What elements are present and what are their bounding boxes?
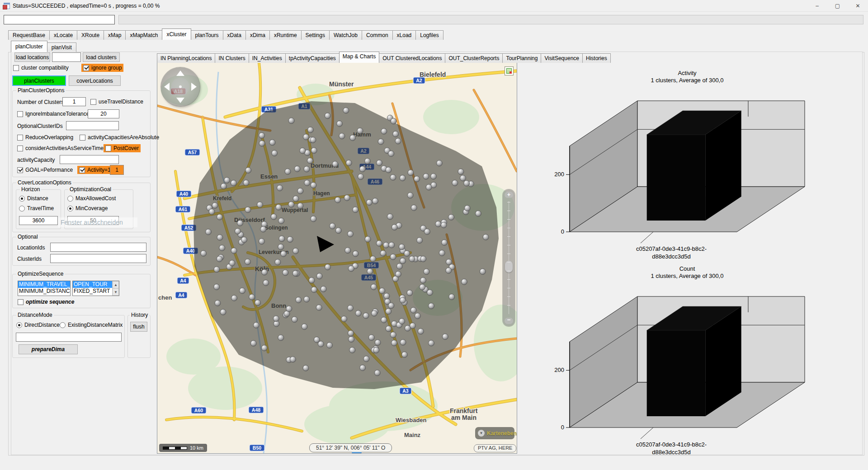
result-tab-out-clusterreports[interactable]: OUT_ClusterReports — [445, 53, 503, 63]
direct-distance-radio[interactable]: DirectDistance — [16, 322, 60, 328]
checkbox-icon[interactable] — [13, 65, 19, 71]
minimize-button[interactable]: – — [807, 0, 827, 12]
result-tab-in-planninglocations[interactable]: IN PlanningLocations — [157, 53, 215, 63]
cluster-ids-field[interactable] — [50, 254, 146, 263]
tab-xruntime[interactable]: xRuntime — [269, 30, 302, 40]
tab-watchjob[interactable]: WatchJob — [329, 30, 362, 40]
checkbox-icon[interactable] — [18, 299, 24, 305]
tab-xdata[interactable]: xData — [223, 30, 246, 40]
subtab-planvisit[interactable]: planVisit — [47, 42, 76, 52]
checkbox-icon[interactable] — [17, 135, 23, 141]
load-clusters-button[interactable]: load clusters — [83, 52, 120, 62]
result-tab-out-clusteredlocations[interactable]: OUT ClusteredLocations — [379, 53, 445, 63]
listbox-scrollbar[interactable]: ▲▼ — [112, 281, 119, 296]
existing-distance-matrix-radio[interactable]: ExistingDistanceMatrix — [60, 322, 123, 328]
tab-xcluster[interactable]: xCluster — [162, 28, 191, 40]
tab-logfiles[interactable]: Logfiles — [415, 30, 443, 40]
result-tab-tourplanning[interactable]: TourPlanning — [502, 53, 541, 63]
checkbox-icon[interactable] — [79, 167, 85, 173]
tab-settings[interactable]: Settings — [301, 30, 330, 40]
checkbox-icon[interactable] — [83, 65, 89, 71]
radio-icon[interactable] — [67, 196, 73, 202]
overview-map-toggle[interactable] — [505, 66, 514, 75]
tab-xlocate[interactable]: xLocate — [49, 30, 77, 40]
list-item[interactable]: MINIMUM_DISTANCE — [18, 288, 70, 295]
map-zoom-slider[interactable]: + − — [503, 189, 515, 326]
map-layers-button[interactable]: ▼ Kartenebenen — [475, 427, 514, 439]
radio-icon[interactable] — [19, 196, 25, 202]
checkbox-icon[interactable] — [17, 167, 23, 173]
optimize-sequence-checkbox[interactable]: optimize sequence — [18, 299, 74, 305]
location-ids-field[interactable] — [50, 243, 146, 252]
tab-xroute[interactable]: XRoute — [77, 30, 104, 40]
ignore-imbalance-tolerance-checkbox[interactable]: IgnoreImbalanceTolerance — [17, 111, 89, 117]
min-coverage-radio[interactable]: MinCoverage — [67, 205, 108, 212]
reduce-overlapping-checkbox[interactable]: ReduceOverlapping — [17, 134, 73, 141]
plan-clusters-button[interactable]: planClusters — [12, 75, 66, 86]
dima-field[interactable] — [16, 333, 122, 342]
result-tab-histories[interactable]: Histories — [582, 53, 611, 63]
number-of-clusters-field[interactable] — [62, 97, 86, 106]
tab-xmapmatch[interactable]: xMapMatch — [125, 30, 162, 40]
radio-icon[interactable] — [60, 322, 66, 328]
activity-capacities-absolute-checkbox[interactable]: activityCapacitiesAreAbsolute — [80, 134, 159, 141]
max-allowed-cost-radio[interactable]: MaxAllowedCost — [67, 195, 116, 202]
ignore-group-checkbox[interactable]: ignore group — [81, 64, 123, 72]
list-item[interactable]: OPEN_TOUR — [73, 281, 112, 288]
map-pan-control[interactable] — [161, 67, 200, 106]
optional-cluster-ids-field[interactable] — [66, 121, 119, 130]
list-item[interactable]: MINIMUM_TRAVEL_TI — [18, 281, 70, 288]
pan-right-icon[interactable] — [191, 83, 197, 91]
prepare-dima-button[interactable]: prepareDima — [19, 344, 78, 354]
pan-down-icon[interactable] — [176, 98, 184, 103]
request-input[interactable] — [4, 15, 115, 24]
result-tab-visitsequence[interactable]: VisitSequence — [541, 53, 583, 63]
tab-requestbase[interactable]: RequestBase — [8, 30, 50, 40]
goal-performance-checkbox[interactable]: GOAL=Peformance — [17, 167, 73, 173]
result-tab-tpactivitycapacities[interactable]: tpActivityCapacities — [285, 53, 340, 63]
horizon-travel-time-radio[interactable]: TravelTime — [19, 205, 54, 212]
map-container[interactable]: MünsterBielefeldHammDortmundEssenHagenKr… — [157, 62, 517, 454]
load-locations-button[interactable]: load locations — [14, 52, 50, 62]
map-canvas[interactable]: MünsterBielefeldHammDortmundEssenHagenKr… — [157, 63, 517, 453]
tab-xmap[interactable]: xMap — [104, 30, 126, 40]
pan-up-icon[interactable] — [176, 70, 184, 76]
post-cover-checkbox[interactable]: PostCover — [104, 144, 141, 152]
checkbox-icon[interactable] — [17, 111, 23, 117]
tab-plantours[interactable]: planTours — [191, 30, 223, 40]
pan-left-icon[interactable] — [164, 83, 170, 91]
cover-locations-button[interactable]: coverLocations — [69, 75, 121, 86]
zoom-in-icon[interactable]: + — [505, 192, 513, 198]
subtab-plancluster[interactable]: planCluster — [11, 41, 47, 52]
zoom-out-icon[interactable]: − — [505, 318, 513, 324]
radio-icon[interactable] — [19, 206, 25, 212]
activity-capacity-field[interactable] — [60, 155, 119, 164]
use-travel-distance-checkbox[interactable]: useTravelDistance — [90, 99, 143, 105]
cluster-compatibility-checkbox[interactable]: cluster compatibility — [13, 65, 69, 71]
maximize-button[interactable]: ▢ — [827, 0, 848, 12]
checkbox-icon[interactable] — [17, 146, 23, 151]
radio-icon[interactable] — [16, 322, 22, 328]
flush-button[interactable]: flush — [130, 322, 147, 332]
checkbox-icon[interactable] — [105, 146, 111, 151]
consider-activities-service-times-checkbox[interactable]: considerActivitiesAsServiceTimes — [17, 145, 106, 151]
horizon-value-field[interactable] — [19, 216, 58, 225]
locations-file-field[interactable] — [52, 52, 81, 62]
tab-xload[interactable]: xLoad — [392, 30, 416, 40]
imbalance-tolerance-field[interactable] — [88, 109, 119, 118]
result-tab-in-clusters[interactable]: IN Clusters — [215, 53, 249, 63]
tab-xdima[interactable]: xDima — [245, 30, 270, 40]
checkbox-icon[interactable] — [80, 135, 85, 141]
horizon-distance-radio[interactable]: Distance — [19, 195, 48, 202]
result-tab-in-activities[interactable]: IN_Activities — [249, 53, 286, 63]
tab-common[interactable]: Common — [362, 30, 393, 40]
scroll-down-icon[interactable]: ▼ — [113, 288, 119, 296]
sequence-mode-listbox[interactable]: MINIMUM_TRAVEL_TIMINIMUM_DISTANCE — [18, 281, 71, 296]
checkbox-icon[interactable] — [90, 99, 96, 105]
activity-value-field[interactable] — [110, 165, 124, 175]
tour-mode-listbox[interactable]: ▲▼ OPEN_TOURFIXED_START — [72, 281, 119, 296]
list-item[interactable]: FIXED_START — [73, 288, 112, 295]
scroll-up-icon[interactable]: ▲ — [113, 281, 119, 288]
result-tab-map-charts[interactable]: Map & Charts — [339, 52, 379, 63]
pan-center-dot[interactable] — [179, 85, 182, 88]
